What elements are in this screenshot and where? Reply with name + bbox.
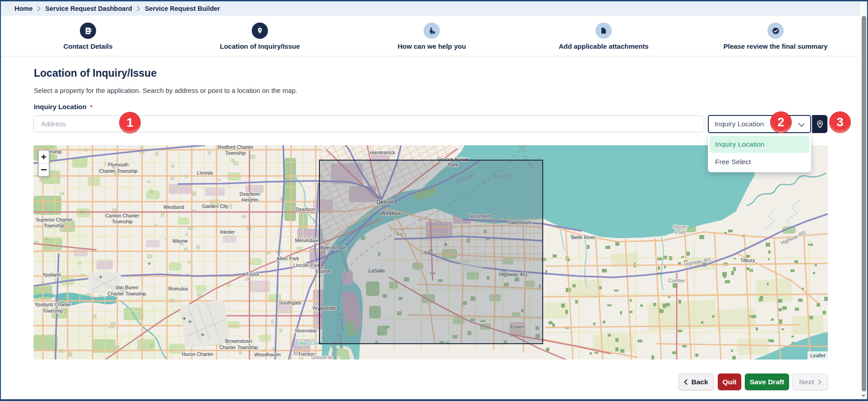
svg-text:✈: ✈ (200, 332, 204, 337)
svg-text:Comber: Comber (668, 278, 685, 283)
svg-text:Township: Township (225, 150, 246, 156)
svg-text:Brownstown: Brownstown (225, 338, 252, 344)
svg-text:Taylor: Taylor (246, 272, 259, 277)
svg-text:Dearborn: Dearborn (240, 191, 260, 197)
svg-text:Belle River: Belle River (571, 235, 596, 240)
svg-text:Ellias Cove: Ellias Cove (296, 340, 322, 346)
svg-text:Livonia: Livonia (197, 170, 213, 175)
svg-text:?: ? (433, 31, 434, 34)
svg-text:Van Buren: Van Buren (115, 285, 138, 290)
svg-text:Melvindale: Melvindale (295, 238, 319, 243)
svg-text:Ypsilanti: Ypsilanti (42, 272, 61, 277)
svg-text:✈: ✈ (182, 316, 186, 321)
svg-text:Township: Township (42, 308, 63, 313)
svg-text:Huron Charter: Huron Charter (182, 351, 213, 357)
svg-text:Charter Township: Charter Township (107, 291, 146, 296)
svg-text:Heights: Heights (241, 197, 259, 203)
svg-text:Stoney: Stoney (673, 224, 688, 230)
svg-text:Ypsilanti Charter: Ypsilanti Charter (35, 302, 71, 307)
svg-text:✈: ✈ (148, 261, 151, 266)
svg-text:Southgate: Southgate (279, 300, 301, 305)
svg-text:Leaflet: Leaflet (810, 353, 825, 358)
svg-text:Tilbury: Tilbury (740, 258, 755, 263)
svg-text:Woodhaven: Woodhaven (254, 352, 281, 357)
svg-text:Superior Charter: Superior Charter (36, 217, 73, 222)
svg-text:Inkster: Inkster (220, 229, 235, 235)
svg-text:Romulus: Romulus (168, 286, 188, 291)
svg-text:Lincoln Park: Lincoln Park (293, 263, 321, 268)
svg-text:✈: ✈ (188, 319, 192, 324)
svg-text:Allen Park: Allen Park (277, 256, 300, 261)
svg-text:Township: Township (44, 223, 65, 228)
svg-text:Riverview: Riverview (295, 328, 317, 333)
svg-text:Plymouth: Plymouth (108, 162, 129, 167)
svg-text:Redford Charter: Redford Charter (218, 145, 254, 150)
svg-text:Point: Point (675, 230, 686, 235)
svg-text:Township: Township (112, 219, 133, 224)
svg-text:Charter Township: Charter Township (219, 345, 258, 350)
svg-text:Charter Township: Charter Township (99, 168, 137, 174)
svg-text:Dearborn: Dearborn (295, 207, 316, 212)
svg-text:Hamtramck: Hamtramck (370, 150, 396, 155)
svg-text:Garden City: Garden City (202, 203, 229, 209)
svg-text:Canton Charter: Canton Charter (105, 213, 139, 218)
svg-text:Wayne: Wayne (172, 238, 188, 244)
svg-text:Grosse Ile: Grosse Ile (311, 355, 333, 360)
svg-text:✈: ✈ (98, 274, 102, 280)
svg-text:Westland: Westland (163, 204, 184, 210)
